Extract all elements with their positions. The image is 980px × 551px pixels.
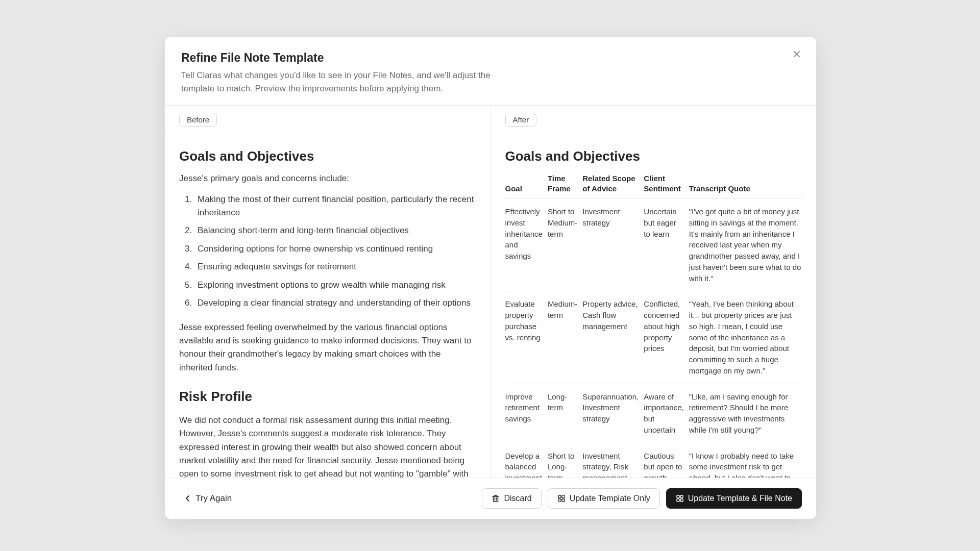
table-row: Improve retirement savings Long-term Sup… (505, 384, 802, 443)
table-row: Evaluate property purchase vs. renting M… (505, 291, 802, 384)
svg-rect-5 (562, 495, 565, 498)
list-item: Making the most of their current financi… (194, 193, 476, 219)
list-item: Ensuring adequate savings for retirement (194, 260, 476, 273)
cell-scope: Investment strategy (582, 199, 644, 291)
cell-scope: Superannuation, Investment strategy (582, 384, 644, 443)
cell-time: Long-term (548, 384, 582, 443)
footer-actions: Discard Update Template Only Update Temp… (482, 488, 802, 509)
list-item: Exploring investment options to grow wea… (194, 279, 476, 292)
after-label-row: After (491, 106, 817, 134)
close-button[interactable] (790, 47, 804, 61)
close-icon (793, 50, 801, 58)
cell-scope: Property advice, Cash flow management (582, 291, 644, 384)
list-item: Developing a clear financial strategy an… (194, 296, 476, 310)
discard-button[interactable]: Discard (482, 488, 541, 509)
trash-icon (492, 494, 500, 503)
cell-quote: "Like, am I saving enough for retirement… (689, 384, 802, 443)
after-label: After (505, 113, 537, 127)
modal-title: Refine File Note Template (181, 51, 800, 65)
table-header: Client Sentiment (644, 169, 689, 199)
cell-time: Short to Medium-term (548, 199, 582, 291)
table-row: Develop a balanced investment approach S… (505, 443, 802, 478)
template-note-icon (676, 494, 684, 503)
modal-footer: Try Again Discard Update Template Only U… (165, 478, 816, 519)
before-label-row: Before (165, 106, 491, 134)
svg-rect-6 (558, 499, 561, 502)
before-body: Goals and Objectives Jesse's primary goa… (165, 134, 491, 478)
cell-sentiment: Uncertain but eager to learn (644, 199, 689, 291)
svg-rect-8 (677, 495, 679, 498)
before-label: Before (179, 113, 217, 127)
before-pane: Before Goals and Objectives Jesse's prim… (165, 106, 491, 478)
svg-rect-11 (680, 499, 683, 502)
cell-time: Medium-term (548, 291, 582, 384)
svg-rect-7 (562, 499, 565, 502)
try-again-button[interactable]: Try Again (179, 489, 238, 508)
svg-rect-9 (680, 495, 683, 498)
before-heading: Goals and Objectives (179, 148, 476, 164)
svg-rect-10 (677, 499, 679, 502)
before-intro: Jesse's primary goals and concerns inclu… (179, 173, 476, 184)
after-heading: Goals and Objectives (505, 148, 802, 164)
table-header: Goal (505, 169, 548, 199)
cell-time: Short to Long-term (548, 443, 582, 478)
try-again-label: Try Again (195, 493, 232, 504)
cell-quote: "Yeah, I've been thinking about it... bu… (689, 291, 802, 384)
modal-subtitle: Tell Claras what changes you'd like to s… (181, 69, 518, 95)
cell-quote: "I know I probably need to take some inv… (689, 443, 802, 478)
table-header: Related Scope of Advice (582, 169, 644, 199)
cell-sentiment: Aware of importance, but uncertain (644, 384, 689, 443)
cell-goal: Improve retirement savings (505, 384, 548, 443)
modal-header: Refine File Note Template Tell Claras wh… (165, 37, 816, 105)
list-item: Considering options for home ownership v… (194, 242, 476, 256)
cell-goal: Evaluate property purchase vs. renting (505, 291, 548, 384)
compare-container: Before Goals and Objectives Jesse's prim… (165, 105, 816, 478)
risk-body: We did not conduct a formal risk assessm… (179, 414, 476, 478)
risk-heading: Risk Profile (179, 389, 476, 405)
cell-sentiment: Cautious but open to growth (644, 443, 689, 478)
update-template-and-note-button[interactable]: Update Template & File Note (666, 488, 802, 509)
update-both-label: Update Template & File Note (688, 494, 792, 503)
after-body: Goals and Objectives Goal Time Frame Rel… (491, 134, 817, 478)
cell-goal: Develop a balanced investment approach (505, 443, 548, 478)
cell-scope: Investment strategy, Risk management (582, 443, 644, 478)
cell-quote: "I've got quite a bit of money just sitt… (689, 199, 802, 291)
list-item: Balancing short-term and long-term finan… (194, 224, 476, 237)
cell-sentiment: Conflicted, concerned about high propert… (644, 291, 689, 384)
cell-goal: Effectively invest inheritance and savin… (505, 199, 548, 291)
discard-label: Discard (504, 494, 531, 503)
after-table: Goal Time Frame Related Scope of Advice … (505, 169, 802, 478)
before-summary: Jesse expressed feeling overwhelmed by t… (179, 321, 476, 374)
table-header: Time Frame (548, 169, 582, 199)
after-pane: After Goals and Objectives Goal Time Fra… (491, 106, 817, 478)
chevron-left-icon (185, 494, 190, 503)
table-row: Effectively invest inheritance and savin… (505, 199, 802, 291)
table-header: Transcript Quote (689, 169, 802, 199)
update-template-button[interactable]: Update Template Only (548, 488, 660, 509)
table-header-row: Goal Time Frame Related Scope of Advice … (505, 169, 802, 199)
before-goals-list: Making the most of their current financi… (179, 193, 476, 310)
template-icon (557, 494, 566, 503)
update-template-label: Update Template Only (570, 494, 650, 503)
refine-template-modal: Refine File Note Template Tell Claras wh… (165, 37, 816, 519)
svg-rect-4 (558, 495, 561, 498)
